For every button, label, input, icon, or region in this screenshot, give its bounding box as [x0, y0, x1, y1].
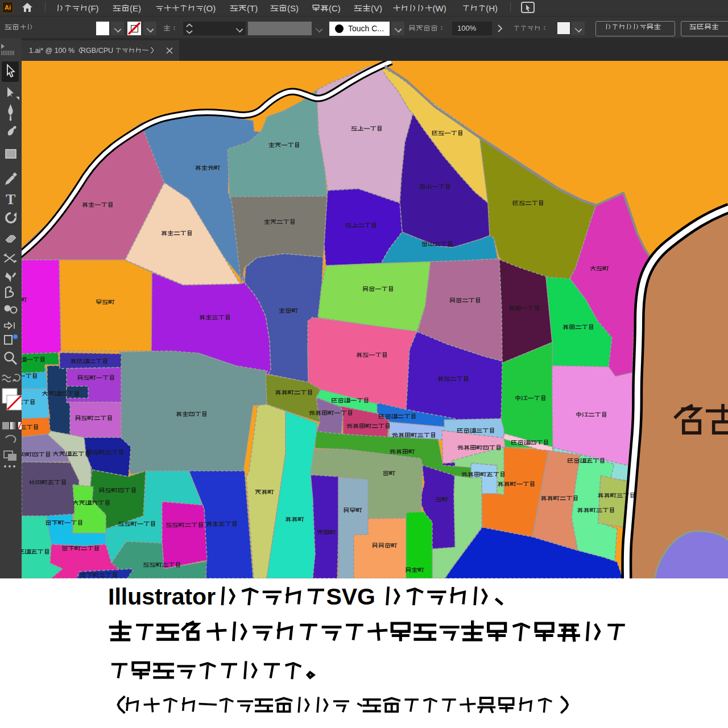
svg-text:(W): (W): [433, 3, 446, 13]
svg-text:(V): (V): [371, 3, 382, 13]
svg-text:SVG: SVG: [326, 584, 375, 610]
svg-text:1.ai* @ 100 %: 1.ai* @ 100 %: [29, 47, 75, 55]
svg-text:(T): (T): [247, 3, 258, 13]
svg-text:(H): (H): [486, 3, 498, 13]
svg-text:(E): (E): [130, 3, 141, 13]
svg-text:(S): (S): [287, 3, 299, 13]
svg-text:(F): (F): [88, 3, 98, 13]
svg-text:Illustrator: Illustrator: [108, 584, 216, 610]
svg-text:RGB/CPU: RGB/CPU: [81, 47, 113, 55]
svg-text:(C): (C): [329, 3, 341, 13]
svg-text:(O): (O): [204, 3, 216, 13]
